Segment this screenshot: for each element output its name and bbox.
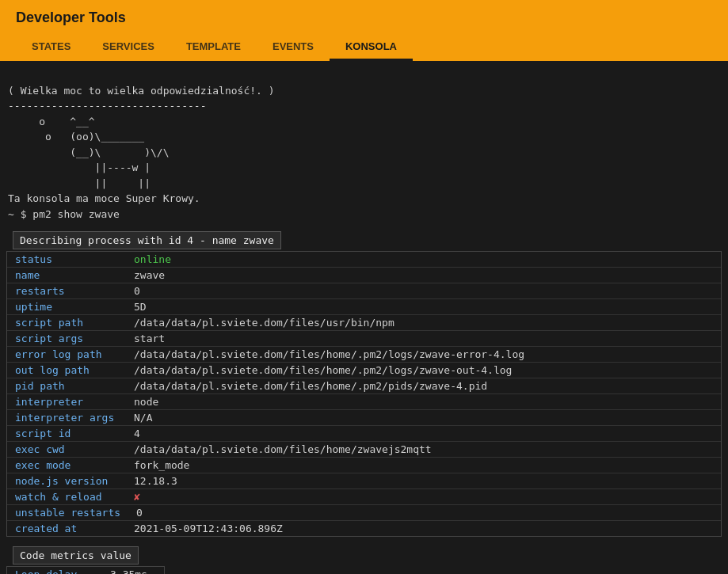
command-line: ~ $ pm2 show zwave <box>8 208 120 220</box>
process-key: pid path <box>7 378 126 393</box>
process-val: /data/data/pl.sviete.dom/files/home/zwav… <box>126 442 440 457</box>
intro-line: ( Wielka moc to wielka odpowiedzialność!… <box>8 85 275 97</box>
process-row: out log path/data/data/pl.sviete.dom/fil… <box>7 363 721 378</box>
process-row: exec modefork_mode <box>7 458 721 473</box>
tab-events[interactable]: EVENTS <box>257 34 330 61</box>
process-key: script id <box>7 426 126 441</box>
process-key: script path <box>7 315 126 330</box>
process-key: uptime <box>7 299 126 314</box>
process-val: ✘ <box>126 489 148 504</box>
process-val: /data/data/pl.sviete.dom/files/home/.pm2… <box>126 347 532 362</box>
console-output: ( Wielka moc to wielka odpowiedzialność!… <box>0 61 728 228</box>
header: Developer Tools STATES SERVICES TEMPLATE… <box>0 0 728 61</box>
process-row: error log path/data/data/pl.sviete.dom/f… <box>7 347 721 363</box>
process-val: 5D <box>126 299 154 314</box>
nav-tabs: STATES SERVICES TEMPLATE EVENTS KONSOLA <box>16 34 712 61</box>
process-key: interpreter <box>7 394 126 409</box>
process-row: interpreternode <box>7 394 721 410</box>
process-row: exec cwd/data/data/pl.sviete.dom/files/h… <box>7 442 721 458</box>
process-row: pid path/data/data/pl.sviete.dom/files/h… <box>7 378 721 394</box>
process-table: statusonlinenamezwaverestarts0uptime5Dsc… <box>6 251 722 537</box>
process-key: created at <box>7 521 126 536</box>
process-val: node <box>126 394 166 409</box>
process-key: error log path <box>7 347 126 362</box>
process-row: statusonline <box>7 252 721 268</box>
process-header-wrapper: Describing process with id 4 - name zwav… <box>6 228 722 249</box>
process-val: 4 <box>126 426 148 441</box>
cow-art: o ^__^ o (oo)\_______ (__)\ )\/\ ||----w… <box>8 116 170 189</box>
process-val: zwave <box>126 268 173 283</box>
process-row: unstable restarts0 <box>7 505 721 521</box>
process-key: exec mode <box>7 458 126 473</box>
process-val: 0 <box>126 283 148 298</box>
tab-template[interactable]: TEMPLATE <box>170 34 257 61</box>
process-val: 0 <box>128 505 151 520</box>
process-row: namezwave <box>7 268 721 283</box>
process-val: 2021-05-09T12:43:06.896Z <box>126 521 291 536</box>
process-key: restarts <box>7 283 126 298</box>
metrics-header-wrapper: Code metrics value <box>6 543 722 564</box>
app-title: Developer Tools <box>16 10 712 34</box>
metrics-table: Loop delay3.35msActive requests0Active h… <box>6 566 165 574</box>
process-header-label: Describing process with id 4 - name zwav… <box>13 231 281 249</box>
process-key: script args <box>7 331 126 346</box>
process-val: start <box>126 331 173 346</box>
tagline: Ta konsola ma moce Super Krowy. <box>8 192 200 204</box>
metrics-val: 3.35ms <box>102 567 155 574</box>
process-val: online <box>126 252 179 267</box>
process-row: script id4 <box>7 426 721 442</box>
process-row: script path/data/data/pl.sviete.dom/file… <box>7 315 721 331</box>
process-key: unstable restarts <box>7 505 128 520</box>
process-key: out log path <box>7 363 126 378</box>
process-val: 12.18.3 <box>126 473 185 488</box>
tab-states[interactable]: STATES <box>16 34 86 61</box>
process-row: watch & reload✘ <box>7 489 721 505</box>
metrics-key: Loop delay <box>7 567 102 574</box>
process-val: fork_mode <box>126 458 197 473</box>
process-val: /data/data/pl.sviete.dom/files/home/.pm2… <box>126 363 520 378</box>
process-row: created at2021-05-09T12:43:06.896Z <box>7 521 721 536</box>
tab-konsola[interactable]: KONSOLA <box>330 34 413 61</box>
process-row: restarts0 <box>7 283 721 299</box>
metrics-header-label: Code metrics value <box>13 546 139 564</box>
process-row: node.js version12.18.3 <box>7 473 721 489</box>
process-key: name <box>7 268 126 283</box>
process-key: status <box>7 252 126 267</box>
divider: -------------------------------- <box>8 100 206 112</box>
process-val: /data/data/pl.sviete.dom/files/home/.pm2… <box>126 378 495 393</box>
process-row: interpreter argsN/A <box>7 410 721 426</box>
process-key: interpreter args <box>7 410 126 425</box>
process-key: node.js version <box>7 473 126 488</box>
process-row: uptime5D <box>7 299 721 315</box>
process-val: /data/data/pl.sviete.dom/files/usr/bin/n… <box>126 315 402 330</box>
process-val: N/A <box>126 410 160 425</box>
tab-services[interactable]: SERVICES <box>86 34 170 61</box>
process-row: script argsstart <box>7 331 721 347</box>
process-key: exec cwd <box>7 442 126 457</box>
metrics-row: Loop delay3.35ms <box>7 567 164 574</box>
process-key: watch & reload <box>7 489 126 504</box>
